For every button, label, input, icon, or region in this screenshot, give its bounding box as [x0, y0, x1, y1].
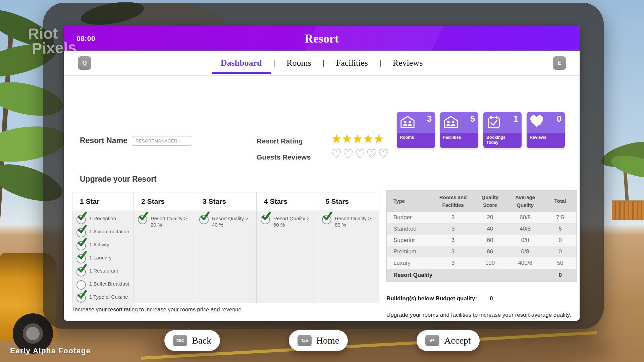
- column-title: 1 Star: [72, 192, 133, 210]
- upgrade-column-5-stars: 5 Stars Resort Quality > 80 %: [318, 192, 379, 303]
- resort-quality-value: 0: [544, 269, 576, 282]
- checklist-item[interactable]: Resort Quality > 80 %: [322, 215, 376, 228]
- stat-cards: 3 Rooms 5 Facilities 1: [397, 112, 565, 148]
- table-row-luxury: Luxury 3 100 400/8 50: [387, 257, 577, 269]
- table-row-resort-quality: Resort Quality 0: [387, 269, 577, 282]
- bookings-count: 1: [514, 114, 518, 124]
- window-header: 08:00 Resort: [64, 26, 580, 51]
- column-title: 5 Stars: [318, 192, 379, 210]
- tab-keycap: Tab: [298, 335, 312, 346]
- heart-icon: [530, 115, 544, 128]
- screenshot-stage: Riot Pixels 08:00 Resort Q Dashboard | R…: [0, 0, 644, 362]
- quality-table: Type Rooms and Facilities Quality Score …: [386, 190, 577, 282]
- checklist-item[interactable]: 1 Laundry: [76, 254, 130, 264]
- stat-card-rooms[interactable]: 3 Rooms: [397, 112, 435, 148]
- below-budget-label: Building(s) below Budget quality:: [386, 295, 477, 302]
- dashboard-content: Resort Name Resort Rating ★★★★★ Guests R…: [64, 76, 580, 321]
- tab-rooms[interactable]: Rooms: [275, 58, 323, 68]
- riot-pixels-watermark: Riot Pixels: [28, 25, 77, 56]
- checked-icon: [76, 241, 86, 250]
- tab-dashboard[interactable]: Dashboard: [209, 58, 273, 68]
- watermark-line2: Pixels: [32, 40, 76, 56]
- facilities-count: 5: [470, 114, 475, 124]
- col-header-quality-score: Quality Score: [474, 191, 506, 212]
- checklist-item[interactable]: Resort Quality > 20 %: [138, 215, 192, 228]
- col-header-total: Total: [544, 191, 576, 212]
- resort-quality-label: Resort Quality: [387, 269, 544, 282]
- prev-tab-keycap-q[interactable]: Q: [78, 56, 91, 70]
- checklist-item[interactable]: 1 Type of Cuisine: [76, 293, 130, 303]
- home-button[interactable]: Tab Home: [289, 330, 348, 351]
- tab-facilities[interactable]: Facilities: [325, 58, 379, 68]
- reviews-count: 0: [557, 114, 561, 124]
- early-alpha-footage-label: Early Alpha Footage: [10, 347, 91, 355]
- stat-card-label: Facilities: [440, 133, 478, 148]
- stat-card-bookings[interactable]: 1 Bookings Today: [483, 112, 522, 148]
- table-row-budget: Budget 3 20 60/8 7.5: [387, 212, 577, 223]
- column-title: 4 Stars: [257, 192, 318, 210]
- stat-card-label: Rooms: [397, 133, 435, 148]
- footer-buttons: ESC Back Tab Home ↵ Accept: [0, 330, 644, 351]
- rooms-count: 3: [427, 114, 432, 124]
- rooms-icon: [400, 115, 415, 129]
- stat-card-reviews[interactable]: 0 Reviews: [527, 112, 565, 148]
- resort-name-label: Resort Name: [80, 136, 127, 145]
- esc-keycap: ESC: [173, 335, 187, 346]
- col-header-average-quality: Average Quality: [506, 191, 544, 212]
- stat-card-label: Reviews: [527, 133, 565, 148]
- upgrade-note: Increase your resort rating to increase …: [73, 306, 241, 313]
- table-row-premium: Premium 3 80 0/8 0: [387, 246, 577, 257]
- upgrade-column-3-stars: 3 Stars Resort Quality > 40 %: [195, 192, 257, 303]
- stat-card-label: Bookings Today: [483, 133, 522, 148]
- checklist-item[interactable]: 1 Restaurant: [76, 267, 130, 277]
- tab-bar: Q Dashboard | Rooms | Facilities | Revie…: [64, 51, 580, 76]
- checked-icon: [199, 215, 209, 224]
- calendar-check-icon: [486, 115, 501, 130]
- checklist-item[interactable]: 1 Buffet Breakfast: [76, 280, 130, 290]
- below-budget-value: 0: [490, 295, 493, 302]
- accept-button[interactable]: ↵ Accept: [417, 330, 479, 351]
- column-title: 2 Stars: [134, 192, 195, 210]
- checklist-item[interactable]: 1 Accommodation: [76, 228, 130, 238]
- page-title: Resort: [64, 32, 580, 46]
- guests-reviews-hearts: ♡♡♡♡♡: [331, 147, 390, 161]
- upgrade-column-1-star: 1 Star 1 Reception 1 Accommodation: [72, 192, 134, 303]
- facilities-icon: [443, 115, 459, 129]
- checklist-item[interactable]: Resort Quality > 40 %: [199, 215, 253, 228]
- upgrade-column-2-stars: 2 Stars Resort Quality > 20 %: [134, 192, 195, 303]
- guests-reviews-label: Guests Reviews: [257, 153, 311, 161]
- checked-icon: [76, 293, 86, 303]
- quality-hint: Upgrade your rooms and facilities to inc…: [386, 309, 574, 320]
- orange-fence: [612, 200, 644, 220]
- checked-icon: [76, 254, 86, 263]
- checked-icon: [138, 215, 147, 224]
- upgrade-columns: 1 Star 1 Reception 1 Accommodation: [72, 192, 379, 303]
- checked-icon: [76, 228, 86, 237]
- upgrade-title: Upgrade your Resort: [80, 175, 157, 184]
- table-row-standard: Standard 3 40 40/8 5: [387, 223, 577, 235]
- resort-name-input[interactable]: [132, 136, 192, 146]
- checked-icon: [76, 215, 86, 224]
- back-button[interactable]: ESC Back: [164, 330, 220, 351]
- col-header-rooms-facilities: Rooms and Facilities: [432, 191, 474, 212]
- col-header-type: Type: [387, 191, 432, 212]
- checked-icon: [261, 215, 270, 224]
- table-header-row: Type Rooms and Facilities Quality Score …: [387, 191, 577, 212]
- unchecked-icon: [76, 280, 86, 290]
- resort-window: 08:00 Resort Q Dashboard | Rooms | Facil…: [64, 26, 580, 321]
- checklist-item[interactable]: 1 Activity: [76, 241, 130, 251]
- checklist-item[interactable]: Resort Quality > 60 %: [261, 215, 314, 228]
- table-row-superior: Superior 3 60 0/8 0: [387, 235, 577, 246]
- checked-icon: [76, 267, 86, 277]
- game-menu-panel: 08:00 Resort Q Dashboard | Rooms | Facil…: [43, 3, 604, 329]
- enter-keycap: ↵: [425, 335, 439, 346]
- tab-reviews[interactable]: Reviews: [381, 58, 434, 68]
- below-budget-row: Building(s) below Budget quality: 0: [386, 295, 493, 302]
- stat-card-facilities[interactable]: 5 Facilities: [440, 112, 478, 148]
- checklist-item[interactable]: 1 Reception: [76, 215, 130, 225]
- resort-rating-label: Resort Rating: [257, 137, 303, 145]
- resort-rating-stars: ★★★★★: [331, 132, 384, 145]
- column-title: 3 Stars: [195, 192, 256, 210]
- next-tab-keycap-e[interactable]: E: [553, 56, 566, 70]
- checked-icon: [322, 215, 331, 224]
